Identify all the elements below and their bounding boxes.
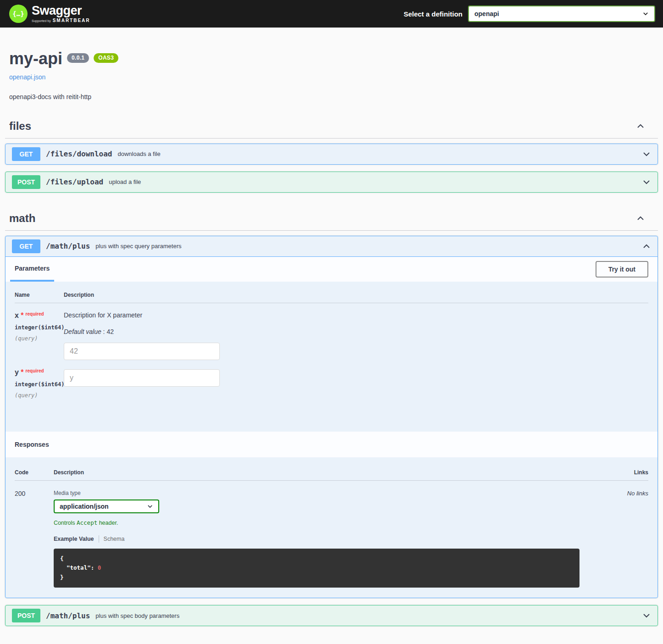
tab-parameters[interactable]: Parameters <box>10 257 54 282</box>
chevron-down-icon <box>147 503 153 510</box>
response-links: No links <box>579 490 648 588</box>
operation-summary: upload a file <box>109 178 141 185</box>
code-line: "total": 0 <box>60 563 573 573</box>
section-math-header[interactable]: math <box>5 208 658 231</box>
code-column-header: Code <box>15 469 54 476</box>
method-badge-post: POST <box>12 175 40 189</box>
required-asterisk: * <box>21 368 23 376</box>
description-column-header: Description <box>64 292 648 298</box>
smartbear-label: SMARTBEAR <box>53 18 90 23</box>
parameter-description: Description for X parameter <box>64 311 648 319</box>
definition-select[interactable]: openapi <box>468 6 655 22</box>
parameter-location: (query) <box>15 392 64 399</box>
brand-name: Swagger <box>32 5 90 17</box>
links-column-header: Links <box>579 469 648 476</box>
operation-path: /files/upload <box>46 178 103 186</box>
section-math: math GET /math/plus plus with spec query… <box>5 208 658 627</box>
chevron-down-icon <box>642 611 651 620</box>
parameters-table-header: Name Description <box>15 292 648 303</box>
method-badge-post: POST <box>12 609 40 622</box>
bottom-spacer <box>5 633 658 643</box>
try-it-out-button[interactable]: Try it out <box>596 261 648 278</box>
response-row-200: 200 Media type application/json Controls… <box>15 481 648 588</box>
method-badge-get: GET <box>12 239 40 253</box>
chevron-up-icon <box>636 122 645 131</box>
section-files: files GET /files/download downloads a fi… <box>5 116 658 193</box>
parameter-x-input[interactable] <box>64 343 220 360</box>
parameter-row-y: y *required integer($int64) (query) <box>15 360 648 399</box>
section-math-title: math <box>9 212 35 225</box>
chevron-down-icon <box>642 150 651 159</box>
operation-get-files-download-summary[interactable]: GET /files/download downloads a file <box>6 144 657 164</box>
tab-schema[interactable]: Schema <box>104 536 125 542</box>
oas3-badge: OAS3 <box>94 53 118 63</box>
code-line: { <box>60 554 573 564</box>
media-type-label: Media type <box>54 490 579 496</box>
section-files-header[interactable]: files <box>5 116 658 139</box>
operation-path: /math/plus <box>46 611 90 620</box>
operation-post-math-plus: POST /math/plus plus with spec body para… <box>5 605 658 626</box>
chevron-down-icon <box>642 11 649 17</box>
page-title: my-api0.0.1OAS3 <box>9 50 654 68</box>
operation-get-math-plus-summary[interactable]: GET /math/plus plus with spec query para… <box>6 236 657 257</box>
responses-table-header: Code Description Links <box>15 464 648 481</box>
section-math-collapse-button[interactable] <box>636 214 645 223</box>
parameter-type: integer($int64) <box>15 324 64 331</box>
operation-summary: downloads a file <box>118 150 161 157</box>
method-badge-get: GET <box>12 147 40 161</box>
operation-summary: plus with spec body parameters <box>95 612 179 619</box>
parameter-name: y *required <box>15 368 64 377</box>
parameter-y-input[interactable] <box>64 369 220 387</box>
operation-path: /files/download <box>46 150 112 158</box>
section-files-collapse-button[interactable] <box>636 122 645 131</box>
parameter-location: (query) <box>15 335 64 342</box>
api-info: my-api0.0.1OAS3 openapi.json openapi3-do… <box>5 28 658 100</box>
parameter-name: x *required <box>15 311 64 320</box>
definition-select-value: openapi <box>474 10 499 17</box>
media-type-select[interactable]: application/json <box>54 500 159 513</box>
spec-link[interactable]: openapi.json <box>9 73 45 81</box>
description-column-header: Description <box>54 469 579 476</box>
chevron-down-icon <box>642 178 651 187</box>
supported-by-label: Supported by <box>32 19 51 22</box>
chevron-up-icon <box>636 214 645 223</box>
operation-body: Parameters Try it out Name Description <box>6 257 657 598</box>
required-label: required <box>26 311 44 316</box>
code-line: } <box>60 573 573 583</box>
operation-path: /math/plus <box>46 242 90 250</box>
operation-post-files-upload: POST /files/upload upload a file <box>5 172 658 193</box>
name-column-header: Name <box>15 292 64 298</box>
operation-get-files-download: GET /files/download downloads a file <box>5 144 658 165</box>
controls-accept-note: Controls Accept header. <box>54 519 579 526</box>
response-code: 200 <box>15 490 54 588</box>
swagger-brand: {…} Swagger Supported by SMARTBEAR <box>9 5 90 23</box>
example-json-block: { "total": 0 } <box>54 549 579 588</box>
parameter-row-x: x *required integer($int64) (query) Desc… <box>15 303 648 360</box>
section-files-title: files <box>9 120 31 133</box>
tab-divider <box>99 535 99 543</box>
operation-post-files-upload-summary[interactable]: POST /files/upload upload a file <box>6 172 657 192</box>
api-description: openapi3-docs with reitit-http <box>9 93 654 100</box>
required-label: required <box>26 368 44 373</box>
version-badge: 0.0.1 <box>67 53 89 63</box>
operation-summary: plus with spec query parameters <box>95 243 181 250</box>
parameter-type: integer($int64) <box>15 381 64 388</box>
media-type-select-value: application/json <box>60 503 109 510</box>
topbar: {…} Swagger Supported by SMARTBEAR Selec… <box>0 0 663 28</box>
swagger-logo-icon: {…} <box>9 5 28 23</box>
tab-example-value[interactable]: Example Value <box>54 536 94 542</box>
responses-container: Code Description Links 200 Media type ap… <box>6 457 657 598</box>
operation-post-math-plus-summary[interactable]: POST /math/plus plus with spec body para… <box>6 605 657 626</box>
parameter-default: Default value : 42 <box>64 328 648 335</box>
chevron-up-icon <box>642 242 651 251</box>
required-asterisk: * <box>21 311 23 319</box>
example-schema-tabs: Example Value Schema <box>54 535 579 543</box>
parameters-container: Name Description x *required integer($in… <box>6 282 657 432</box>
responses-header: Responses <box>6 432 657 457</box>
operation-tab-header: Parameters Try it out <box>6 257 657 282</box>
main-content: my-api0.0.1OAS3 openapi.json openapi3-do… <box>0 28 663 643</box>
select-definition-label: Select a definition <box>404 10 462 18</box>
operation-get-math-plus: GET /math/plus plus with spec query para… <box>5 236 658 599</box>
